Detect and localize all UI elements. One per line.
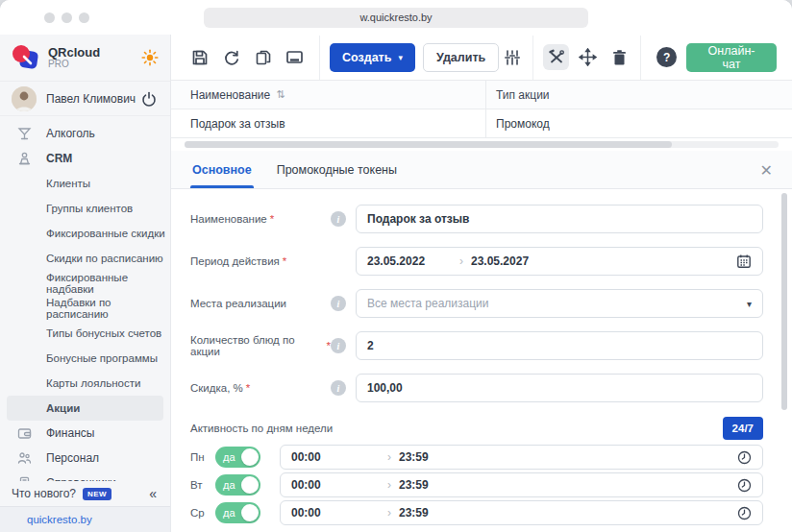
- help-icon[interactable]: ?: [656, 47, 677, 67]
- move-icon[interactable]: [575, 44, 601, 70]
- period-from[interactable]: 23.05.2022: [367, 254, 452, 268]
- form-row-quantity: Количество блюд по акции * i 2: [190, 331, 763, 360]
- collapse-sidebar-icon[interactable]: «: [149, 486, 157, 501]
- time-to[interactable]: 23:59: [399, 506, 429, 520]
- delete-button[interactable]: Удалить: [423, 43, 499, 72]
- day-toggle[interactable]: да: [215, 474, 260, 496]
- table-row[interactable]: Подарок за отзыв Промокод: [171, 109, 792, 138]
- trash-icon[interactable]: [606, 44, 632, 70]
- chevron-right-icon: ›: [459, 254, 463, 268]
- calendar-icon[interactable]: [736, 254, 752, 269]
- day-toggle[interactable]: да: [215, 502, 260, 523]
- user-row[interactable]: Павел Климович: [0, 81, 170, 116]
- time-from[interactable]: 00:00: [291, 450, 380, 464]
- form-row-period: Период действия * 23.05.2022 › 23.05.202…: [190, 247, 763, 276]
- toggle-knob: [241, 476, 259, 494]
- filters-icon[interactable]: [499, 44, 525, 70]
- sidebar-item-bonus-programs[interactable]: Бонусные программы: [0, 346, 170, 371]
- app-title: QRcloud: [48, 46, 136, 60]
- sidebar-item-client-groups[interactable]: Группы клиентов: [0, 196, 170, 221]
- sidebar-item-scheduled-discounts[interactable]: Скидки по расписанию: [0, 246, 170, 271]
- window-controls[interactable]: [44, 12, 89, 23]
- quantity-input[interactable]: 2: [356, 331, 763, 360]
- crm-icon: [17, 152, 32, 166]
- save-icon[interactable]: [190, 48, 209, 66]
- day-label: Пн: [190, 451, 215, 463]
- field-label: Наименование: [190, 213, 267, 225]
- period-to[interactable]: 23.05.2027: [471, 254, 529, 268]
- chevron-right-icon: ›: [387, 478, 391, 492]
- theme-sun-icon[interactable]: [141, 49, 159, 66]
- whats-new-label: Что нового?: [12, 487, 76, 500]
- window-dot[interactable]: [44, 12, 55, 23]
- tools-icon[interactable]: [543, 44, 569, 70]
- time-from[interactable]: 00:00: [291, 506, 380, 520]
- info-icon[interactable]: i: [331, 380, 346, 396]
- address-bar[interactable]: w.quickresto.by: [204, 8, 588, 28]
- day-label: Вт: [190, 479, 215, 491]
- sort-icon[interactable]: ⇅: [276, 88, 285, 101]
- sidebar-item-label: Карты лояльности: [46, 377, 140, 389]
- window-dot[interactable]: [62, 12, 72, 23]
- cell-promotion-name: Подарок за отзыв: [190, 117, 285, 131]
- period-input[interactable]: 23.05.2022 › 23.05.2027: [356, 247, 763, 276]
- sidebar-item-finance[interactable]: Финансы: [0, 421, 170, 446]
- info-icon[interactable]: i: [331, 338, 346, 353]
- vertical-scrollbar[interactable]: [781, 193, 787, 410]
- whats-new-row[interactable]: Что нового? NEW «: [0, 481, 170, 506]
- column-header-name[interactable]: Наименование ⇅: [171, 81, 486, 109]
- info-icon[interactable]: i: [331, 296, 346, 311]
- discount-input[interactable]: 100,00: [356, 374, 763, 402]
- horizontal-scrollbar: [171, 138, 792, 151]
- sidebar-item-promotions[interactable]: Акции: [7, 396, 163, 421]
- copy-icon[interactable]: [254, 48, 272, 66]
- close-icon[interactable]: ✕: [760, 161, 773, 180]
- time-from[interactable]: 00:00: [291, 478, 380, 492]
- toolbar-divider: [532, 36, 533, 80]
- clock-icon[interactable]: [737, 450, 752, 465]
- discount-value: 100,00: [367, 381, 403, 395]
- time-range-input[interactable]: 00:00 › 23:59: [280, 445, 763, 470]
- create-button[interactable]: Создать ▾: [330, 43, 415, 72]
- time-to[interactable]: 23:59: [399, 450, 429, 464]
- sidebar-item-fixed-discounts[interactable]: Фиксированные скидки: [0, 221, 170, 246]
- refresh-icon[interactable]: [222, 48, 240, 66]
- info-icon[interactable]: i: [331, 211, 346, 227]
- scrollbar-thumb[interactable]: [185, 141, 672, 148]
- sidebar-item-alcohol[interactable]: Алкоголь: [0, 121, 170, 146]
- required-mark: *: [246, 382, 250, 394]
- places-select[interactable]: Все места реализации ▾: [356, 289, 763, 318]
- clock-icon[interactable]: [737, 478, 752, 493]
- chevron-right-icon: ›: [387, 506, 391, 520]
- table-header: Наименование ⇅ Тип акции: [171, 81, 792, 109]
- time-to[interactable]: 23:59: [399, 478, 429, 492]
- sidebar-item-scheduled-surcharges[interactable]: Надбавки по расписанию: [0, 296, 170, 321]
- day-toggle[interactable]: да: [215, 447, 260, 468]
- form-row-places: Места реализации i Все места реализации …: [190, 289, 763, 318]
- tab-main[interactable]: Основное: [190, 163, 254, 188]
- display-icon[interactable]: [285, 48, 304, 66]
- sidebar-item-staff[interactable]: Персонал: [0, 446, 170, 471]
- sidebar-item-crm[interactable]: CRM: [0, 146, 170, 171]
- quickresto-link[interactable]: quickresto.by: [27, 514, 92, 525]
- sidebar-item-clients[interactable]: Клиенты: [0, 171, 170, 196]
- logout-power-icon[interactable]: [141, 91, 157, 107]
- app-plan: PRO: [48, 60, 136, 70]
- sidebar-item-bonus-account-types[interactable]: Типы бонусных счетов: [0, 321, 170, 346]
- online-chat-button[interactable]: Онлайн-чат: [686, 43, 777, 72]
- clock-icon[interactable]: [737, 506, 752, 520]
- promotion-form: Наименование * i Подарок за отзыв Период…: [171, 189, 792, 532]
- always-active-button[interactable]: 24/7: [723, 417, 763, 440]
- panel-tabs: Основное Промокодные токены ✕: [171, 151, 792, 189]
- time-range-input[interactable]: 00:00 › 23:59: [280, 500, 763, 525]
- time-range-input[interactable]: 00:00 › 23:59: [280, 472, 763, 497]
- field-label: Количество блюд по акции: [190, 334, 324, 357]
- sidebar-item-fixed-surcharges[interactable]: Фиксированные надбавки: [0, 271, 170, 296]
- window-dot[interactable]: [79, 12, 89, 23]
- detail-panel: Основное Промокодные токены ✕ Наименован…: [171, 151, 792, 532]
- name-input[interactable]: Подарок за отзыв: [356, 205, 763, 233]
- tab-promo-tokens[interactable]: Промокодные токены: [275, 163, 399, 188]
- column-header-type[interactable]: Тип акции: [486, 88, 792, 102]
- sidebar-item-loyalty-cards[interactable]: Карты лояльности: [0, 371, 170, 396]
- scrollbar-track[interactable]: [185, 141, 779, 148]
